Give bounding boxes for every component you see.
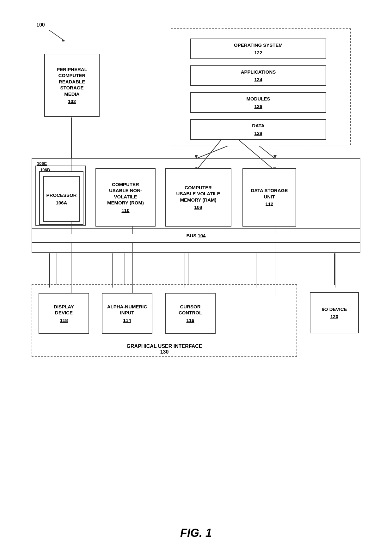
- figure-label: FIG. 1: [180, 526, 212, 540]
- rom-box: COMPUTER USABLE NON- VOLATILE MEMORY (RO…: [95, 168, 156, 227]
- ref-106c: 106C: [37, 161, 47, 166]
- os-label: OPERATING SYSTEM: [234, 42, 283, 48]
- applications-label: APPLICATIONS: [241, 69, 276, 75]
- data-ref: 128: [254, 130, 262, 136]
- svg-line-0: [49, 30, 65, 41]
- bus-bar: BUS 104: [32, 228, 360, 243]
- peripheral-ref: 102: [68, 98, 76, 105]
- bus-label: BUS 104: [187, 233, 206, 238]
- processor-label: PROCESSOR: [46, 192, 77, 198]
- ram-ref: 108: [194, 204, 202, 210]
- ref-100: 100: [36, 22, 45, 28]
- bus-ref: 104: [198, 233, 205, 238]
- alpha-label: ALPHA-NUMERIC INPUT: [107, 304, 147, 316]
- display-ref: 118: [60, 317, 68, 324]
- data-storage-label: DATA STORAGE UNIT: [251, 187, 288, 200]
- modules-ref: 126: [254, 103, 262, 110]
- os-group-container: OPERATING SYSTEM 122 APPLICATIONS 124 MO…: [171, 28, 351, 145]
- rom-ref: 110: [121, 207, 129, 214]
- gui-ref: 130: [160, 349, 169, 355]
- main-system-box: 106C 106B PROCESSOR 106A COMPUTER USABLE…: [32, 158, 360, 253]
- diagram-container: 100 PERIPHERAL COMPUTER READABLE STORAGE…: [19, 13, 373, 521]
- gui-label-text: GRAPHICAL USER INTERFACE 130: [32, 343, 297, 355]
- svg-line-18: [259, 146, 275, 159]
- cursor-label: CURSOR CONTROL: [179, 304, 202, 316]
- processor-ref: 106A: [56, 200, 67, 206]
- io-ref: 120: [330, 313, 338, 320]
- gui-dashed-box: DISPLAY DEVICE 118 ALPHA-NUMERIC INPUT 1…: [32, 284, 297, 357]
- io-box: I/O DEVICE 120: [310, 292, 359, 333]
- peripheral-storage-box: PERIPHERAL COMPUTER READABLE STORAGE MED…: [44, 54, 100, 117]
- cursor-ref: 116: [186, 317, 194, 324]
- modules-label: MODULES: [247, 96, 270, 102]
- data-storage-ref: 112: [265, 201, 273, 207]
- ram-label: COMPUTER USABLE VOLATILE MEMORY (RAM): [176, 185, 220, 203]
- applications-box: APPLICATIONS 124: [190, 65, 326, 86]
- modules-box: MODULES 126: [190, 92, 326, 113]
- processor-box: PROCESSOR 106A: [43, 176, 80, 222]
- data-box: DATA 128: [190, 119, 326, 140]
- applications-ref: 124: [254, 76, 262, 83]
- gui-title: GRAPHICAL USER INTERFACE: [127, 343, 202, 349]
- os-ref: 122: [254, 50, 262, 56]
- display-box: DISPLAY DEVICE 118: [39, 293, 89, 334]
- io-label: I/O DEVICE: [322, 306, 347, 312]
- alpha-ref: 114: [123, 317, 131, 324]
- peripheral-label: PERIPHERAL COMPUTER READABLE STORAGE MED…: [57, 66, 87, 97]
- svg-line-16: [196, 146, 228, 159]
- svg-marker-1: [62, 39, 65, 42]
- cursor-box: CURSOR CONTROL 116: [165, 293, 216, 334]
- data-label: DATA: [252, 123, 264, 129]
- data-storage-box: DATA STORAGE UNIT 112: [242, 168, 296, 227]
- rom-label: COMPUTER USABLE NON- VOLATILE MEMORY (RO…: [107, 181, 144, 206]
- display-label: DISPLAY DEVICE: [54, 304, 74, 316]
- alpha-box: ALPHA-NUMERIC INPUT 114: [102, 293, 152, 334]
- os-box: OPERATING SYSTEM 122: [190, 39, 326, 59]
- ram-box: COMPUTER USABLE VOLATILE MEMORY (RAM) 10…: [165, 168, 231, 227]
